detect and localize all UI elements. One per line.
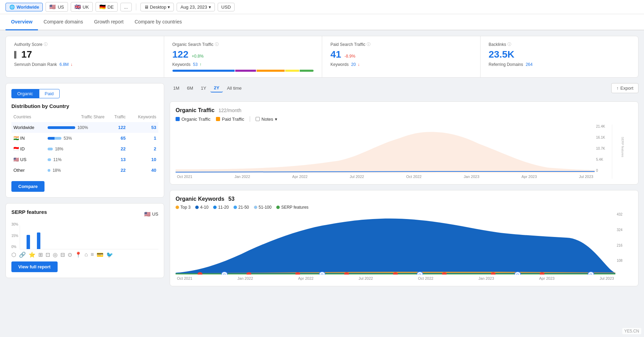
us-flag: 🇺🇸 — [49, 4, 56, 10]
uk-label: UK — [83, 4, 89, 10]
tab-overview[interactable]: Overview — [6, 14, 38, 30]
tab-growth-report[interactable]: Growth report — [89, 14, 129, 30]
col-traffic-share: Traffic Share — [46, 113, 107, 122]
paid-traffic-legend[interactable]: Paid Traffic — [216, 117, 244, 122]
serp-icon: ⊞ — [38, 251, 43, 258]
organic-toggle-btn[interactable]: Organic — [11, 89, 39, 98]
time-6m[interactable]: 6M — [184, 84, 197, 92]
serp-y-axis: 30% 15% 0% — [11, 222, 18, 249]
legend-separator — [250, 116, 250, 122]
more-btn[interactable]: ... — [120, 3, 132, 11]
keywords-x-labels: Oct 2021 Jan 2022 Apr 2022 Jul 2022 Oct … — [176, 276, 615, 280]
paid-keywords-sub: Keywords 20 ↓ — [330, 62, 472, 67]
table-row[interactable]: Other18%2240 — [11, 165, 158, 176]
organic-traffic-chart-card: Organic Traffic 122/month Organic Traffi… — [170, 101, 638, 185]
uk-btn[interactable]: 🇬🇧 UK — [71, 2, 93, 12]
traffic-chart-container: Oct 2021 Jan 2022 Apr 2022 Jul 2022 Oct … — [176, 125, 633, 179]
tab-compare-countries[interactable]: Compare by countries — [129, 14, 187, 30]
paid-search-value: 41 — [330, 49, 341, 60]
traffic-x-labels: Oct 2021 Jan 2022 Apr 2022 Jul 2022 Oct … — [176, 175, 595, 179]
view-full-report-button[interactable]: View full report — [11, 261, 58, 272]
table-row[interactable]: Worldwide100%12253 — [11, 122, 158, 133]
tab-compare-domains[interactable]: Compare domains — [38, 14, 88, 30]
time-1y[interactable]: 1Y — [197, 84, 210, 92]
table-row[interactable]: 🇮🇳 IN53%651 — [11, 133, 158, 143]
serp-icon: ⭐ — [29, 251, 36, 258]
compare-button[interactable]: Compare — [11, 181, 44, 192]
export-icon: ↑ — [616, 86, 619, 91]
serp-header: SERP features 🇺🇸 US — [11, 209, 158, 219]
g-label: G — [516, 273, 519, 275]
uk-flag: 🇬🇧 — [75, 4, 81, 10]
kw-4-10-legend[interactable]: 4-10 — [195, 205, 208, 210]
kw-51-100-legend[interactable]: 51-100 — [254, 205, 271, 210]
info-icon[interactable]: ⓘ — [44, 42, 48, 47]
organic-search-card: Organic Search Traffic ⓘ 122 +0.8% Keywo… — [164, 36, 323, 77]
time-all[interactable]: All time — [224, 84, 245, 92]
keywords-chart-title-row: Organic Keywords 53 — [176, 196, 235, 202]
traffic-y-axis: 21.4K 16.1K 10.7K 5.4K 0 — [595, 125, 612, 179]
traffic-legend: Organic Traffic Paid Traffic Notes ▾ — [176, 116, 633, 122]
top-bar: 🌐 Worldwide 🇺🇸 US 🇬🇧 UK 🇩🇪 DE ... 🖥 Desk… — [0, 0, 644, 14]
kw-21-50-legend[interactable]: 21-50 — [234, 205, 249, 210]
date-selector[interactable]: Aug 23, 2023 ▾ — [177, 3, 215, 11]
paid-toggle-btn[interactable]: Paid — [39, 89, 60, 98]
serp-icon: ⌂ — [85, 251, 88, 258]
keywords-chart-title: Organic Keywords — [176, 196, 224, 202]
us-label: US — [58, 4, 64, 10]
serp-icon: ◎ — [53, 251, 58, 258]
currency-selector[interactable]: USD — [218, 3, 235, 11]
de-btn[interactable]: 🇩🇪 DE — [96, 2, 118, 12]
organic-traffic-legend[interactable]: Organic Traffic — [176, 117, 210, 122]
time-1m[interactable]: 1M — [170, 84, 183, 92]
notes-dot — [256, 117, 260, 121]
keywords-count: 53 — [228, 196, 235, 202]
authority-score-card: Authority Score ⓘ ▌ 17 Semrush Domain Ra… — [6, 36, 164, 77]
backlinks-label: Backlinks ⓘ — [489, 42, 630, 47]
keywords-chart-header: Organic Keywords 53 — [176, 196, 633, 202]
device-selector[interactable]: 🖥 Desktop ▾ — [140, 3, 174, 11]
info-icon[interactable]: ⓘ — [215, 42, 219, 47]
two-column-layout: Organic Paid Distribution by Country Cou… — [6, 83, 638, 286]
paid-dot — [216, 117, 220, 121]
g-label: G — [321, 273, 324, 275]
serp-label: SERP features — [621, 137, 624, 157]
organic-search-value: 122 — [172, 49, 189, 60]
table-row[interactable]: 🇺🇸 US11%1310 — [11, 154, 158, 165]
info-icon[interactable]: ⓘ — [507, 42, 511, 47]
kw-serp-legend[interactable]: SERP features — [276, 205, 308, 210]
serp-icon: ⊙ — [68, 251, 72, 258]
serp-right-axis: SERP features — [612, 125, 633, 179]
organic-traffic-subtitle: 122/month — [219, 108, 241, 113]
keywords-chart-area: G G G G G Oct 2021 Jan 2022 — [176, 212, 615, 280]
backlinks-value: 23.5K — [489, 49, 515, 60]
notes-legend[interactable]: Notes ▾ — [256, 117, 277, 122]
us-btn[interactable]: 🇺🇸 US — [46, 2, 68, 12]
chevron-down-icon: ▾ — [275, 117, 277, 122]
distribution-title: Distribution by Country — [11, 103, 158, 109]
time-2y[interactable]: 2Y — [210, 84, 223, 92]
kw-11-20-legend[interactable]: 11-20 — [213, 205, 229, 210]
chevron-down-icon: ▾ — [168, 4, 170, 10]
info-icon[interactable]: ⓘ — [367, 42, 370, 47]
serp-icon: 🔗 — [19, 251, 26, 258]
export-button[interactable]: ↑ Export — [611, 83, 638, 93]
table-row[interactable]: 🇮🇩 ID18%222 — [11, 143, 158, 154]
referring-domains-sub: Referring Domains 264 — [489, 62, 630, 67]
serp-icon: 🐦 — [106, 251, 113, 258]
worldwide-btn[interactable]: 🌐 Worldwide — [6, 3, 43, 11]
21-50-dot — [234, 206, 237, 209]
time-filter: 1M 6M 1Y 2Y All time — [170, 84, 245, 92]
serp-features-card: SERP features 🇺🇸 US 30% 15% 0% — [6, 203, 164, 278]
serp-region: 🇺🇸 US — [144, 211, 158, 217]
device-label: Desktop — [150, 4, 167, 10]
globe-icon: 🌐 — [9, 4, 15, 10]
serp-bars-container — [20, 225, 158, 249]
serp-bars — [20, 225, 158, 249]
nav-tabs: Overview Compare domains Growth report C… — [0, 14, 644, 30]
metrics-row: Authority Score ⓘ ▌ 17 Semrush Domain Ra… — [6, 36, 638, 78]
worldwide-label: Worldwide — [17, 4, 39, 10]
kw-top3-legend[interactable]: Top 3 — [176, 205, 190, 210]
authority-score-sub: Semrush Domain Rank 6.8M ↓ — [14, 62, 156, 67]
chevron-down-icon: ▾ — [209, 4, 211, 10]
